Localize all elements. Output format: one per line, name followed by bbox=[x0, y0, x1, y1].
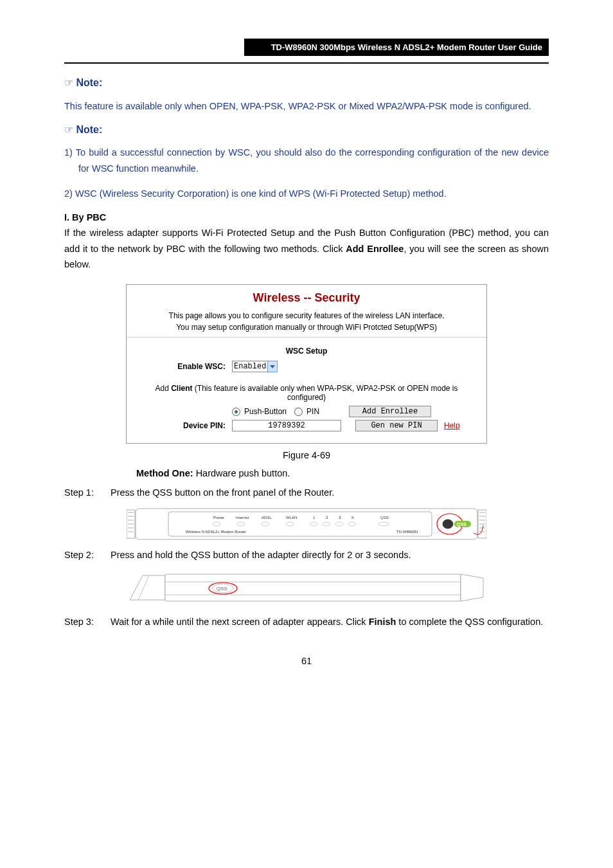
step-3: Step 3: Wait for a while until the next … bbox=[64, 614, 549, 630]
pin-radio[interactable] bbox=[294, 408, 303, 416]
panel-description: This page allows you to configure securi… bbox=[127, 306, 486, 338]
section-intro: I. By PBC If the wireless adapter suppor… bbox=[64, 210, 549, 273]
svg-marker-0 bbox=[270, 365, 275, 368]
step-label: Step 2: bbox=[64, 547, 111, 563]
wireless-security-panel: Wireless -- Security This page allows yo… bbox=[126, 284, 487, 444]
add-enrollee-button[interactable]: Add Enrollee bbox=[349, 406, 431, 417]
help-link[interactable]: Help bbox=[444, 421, 460, 430]
figure-caption: Figure 4-69 bbox=[64, 450, 549, 460]
note-text-1: This feature is available only when OPEN… bbox=[64, 98, 549, 114]
svg-point-38 bbox=[443, 520, 453, 529]
svg-rect-15 bbox=[136, 509, 477, 539]
note-list-item-2: 2) WSC (Wireless Security Corporation) i… bbox=[64, 186, 549, 202]
step-text: Wait for a while until the next screen o… bbox=[111, 614, 549, 630]
svg-rect-42 bbox=[165, 574, 461, 601]
router-front-panel-image: Power Internet ADSL WLAN 1 2 3 4 QSS Wir… bbox=[127, 507, 486, 541]
svg-text:Power: Power bbox=[213, 516, 224, 520]
enable-wsc-select[interactable]: Enabled bbox=[232, 361, 268, 372]
chevron-down-icon[interactable] bbox=[267, 361, 278, 372]
svg-text:WLAN: WLAN bbox=[286, 516, 297, 520]
header-divider bbox=[64, 62, 549, 64]
add-client-note: Add Client (This feature is available on… bbox=[127, 375, 486, 404]
step-label: Step 3: bbox=[64, 614, 111, 630]
svg-text:QSS: QSS bbox=[380, 516, 389, 520]
svg-text:QSS: QSS bbox=[457, 522, 466, 527]
svg-text:Internet: Internet bbox=[236, 516, 249, 520]
gen-new-pin-button[interactable]: Gen new PIN bbox=[355, 420, 438, 431]
svg-text:Wireless N ADSL2+ Modem Router: Wireless N ADSL2+ Modem Router bbox=[186, 530, 246, 534]
push-button-radio[interactable] bbox=[232, 408, 240, 416]
pin-label: PIN bbox=[306, 407, 319, 416]
push-button-label: Push-Button bbox=[244, 407, 287, 416]
step-2: Step 2: Press and hold the QSS button of… bbox=[64, 547, 549, 563]
note-icon: ☞ Note: bbox=[64, 123, 549, 136]
note-label: Note: bbox=[76, 124, 102, 135]
step-text: Press and hold the QSS button of the ada… bbox=[111, 547, 549, 563]
svg-text:TD-W8960N: TD-W8960N bbox=[396, 530, 418, 534]
svg-text:ADSL: ADSL bbox=[262, 516, 272, 520]
wsc-setup-label: WSC Setup bbox=[127, 338, 486, 358]
enable-wsc-label: Enable WSC: bbox=[136, 362, 232, 371]
device-pin-input[interactable]: 19789392 bbox=[232, 420, 341, 431]
device-pin-label: Device PIN: bbox=[136, 421, 232, 430]
note-label: Note: bbox=[76, 77, 102, 88]
panel-title: Wireless -- Security bbox=[127, 285, 486, 306]
svg-text:QSS: QSS bbox=[217, 586, 227, 592]
section-title: I. By PBC bbox=[64, 212, 106, 222]
adapter-image: QSS bbox=[127, 569, 486, 608]
step-1: Step 1: Press the QSS button on the fron… bbox=[64, 485, 549, 501]
note-list-item-1: 1) To build a successful connection by W… bbox=[64, 145, 549, 176]
step-text: Press the QSS button on the front panel … bbox=[111, 485, 549, 501]
method-one-title: Method One: Hardware push button. bbox=[136, 468, 549, 478]
header-product-title: TD-W8960N 300Mbps Wireless N ADSL2+ Mode… bbox=[244, 39, 549, 56]
step-label: Step 1: bbox=[64, 485, 111, 501]
note-icon: ☞ Note: bbox=[64, 77, 549, 89]
page-number: 61 bbox=[64, 656, 549, 666]
